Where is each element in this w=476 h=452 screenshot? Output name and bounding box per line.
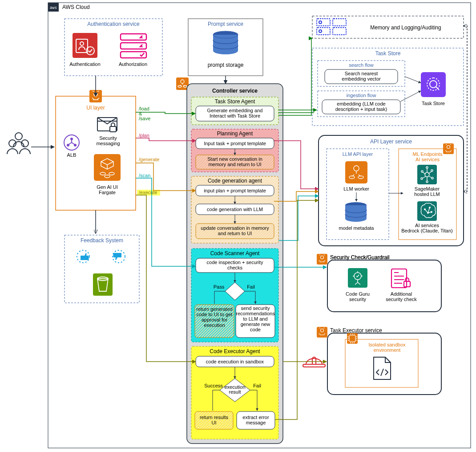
task-executor-service: Task Executor service Isolated sandboxen… [303,327,441,395]
codeguru-label: Code Gurusecurity [346,291,370,302]
additional-security-label: Additionalsecurity check [386,291,417,302]
model-metadata-label: model metadata [339,225,375,231]
feedback-title: Feedback System [81,237,123,244]
executor-title: Code Executor Agent [210,348,260,354]
task-store-icon-label: Task Store [422,101,445,106]
svg-point-17 [319,21,322,24]
sagemaker-icon [417,165,437,184]
ml-endpoints: ML EndpointsAI services SageMakerhosted … [399,143,456,240]
ingestion-flow-step: embedding (LLM codedescription + input t… [335,101,387,112]
endpoint-generate: /generate [139,157,159,162]
search-flow-title: search flow [349,62,374,68]
executor-fail-box: extract errormessage [242,415,269,425]
security-messaging-label: Securitymessaging [96,135,120,146]
codegen-step2: code generation with LLM [207,207,263,212]
scanner-title: Code Scanner Agent [210,250,260,257]
api-layer-service: API Layer service LLM API layer LLM work… [319,135,464,246]
code-executor-agent: Code Executor Agent code execution in sa… [191,346,278,439]
prompt-title: Prompt service [208,21,243,27]
alb-label: ALB [67,152,77,158]
sagemaker-label: SageMakerhosted LLM [414,186,440,197]
svg-text:aws: aws [50,5,57,10]
ui-layer-title: UI layer [86,105,105,111]
code-generation-agent: Code generation agent input plan + promp… [191,176,278,243]
prompt-storage-label: prompt storage [208,62,244,68]
authentication-service: Authentication service Authentication Au… [65,19,162,76]
controller-service: Controller service Task Store Agent Gene… [176,77,283,444]
llm-worker-label: LLM worker [343,186,369,191]
endpoint-plan: /plan [139,133,149,138]
endpoint-labels: /load&/save /plan /generate /scan /execu… [137,106,160,195]
svg-line-67 [400,91,421,102]
codeguru-icon [348,268,367,288]
task-store: Task Store search flow Search nearestemb… [312,48,464,126]
svg-point-25 [70,138,73,140]
scanner-fail-label: Fail [247,284,255,289]
thumbs-down-icon [113,250,125,263]
ml-endpoints-title: ML EndpointsAI services [413,151,443,162]
codegen-step1: input plan + prompt template [204,188,266,193]
security-check-guardrail: Security Check/Guardrail Security Check/… [317,254,441,312]
sandbox-label: Isolated sandboxenvironment [368,342,406,353]
fargate-label: Gen AI UIFargate [97,184,118,195]
authorization-icon [121,34,146,58]
executor-success-label: Success [204,383,223,388]
ingestion-flow-title: ingestion flow [347,93,376,98]
database-icon [213,31,238,54]
thumbs-up-icon [77,250,89,263]
authorization-label: Authorization [119,61,147,67]
additional-security-icon [391,269,410,288]
planning-agent: Planning Agent Input task + prompt templ… [191,129,278,172]
svg-rect-10 [121,43,146,49]
svg-point-4 [15,133,22,140]
users-icon [7,133,30,154]
plan-step1: Input task + prompt template [204,141,266,146]
prompt-service: Prompt service prompt storage [188,19,263,76]
svg-rect-18 [333,19,346,26]
scanner-pass-label: Pass [214,284,225,289]
search-flow-step: Search nearestembedding vector [342,71,381,81]
taskstore-title: Task Store [375,50,401,57]
task-store-agent: Task Store Agent Generate embedding andI… [191,97,278,125]
architecture-diagram: aws AWS Cloud Authentication service Aut… [0,0,476,452]
svg-rect-91 [327,260,441,312]
bedrock-label: AI servicesBedrock (Claude, Titan) [401,223,453,233]
security-messaging-icon [97,118,117,132]
codegen-title: Code generation agent [208,178,262,184]
memory-logging: Memory and Logging/Auditing [312,16,464,38]
controller-title: Controller service [212,88,258,94]
model-metadata-icon [345,202,367,222]
svg-point-20 [319,30,322,33]
svg-text:Security Check/Guardrail: Security Check/Guardrail [330,254,389,261]
endpoint-load: /load&/save [139,106,150,121]
endpoint-scan: /scan [139,173,150,178]
aws-cloud-label: AWS Cloud [62,4,90,10]
tsa-step: Generate embedding andInteract with Task… [207,108,263,118]
storage-icon [317,19,346,35]
llm-api-layer: LLM API layer LLM worker model metadata [327,149,389,240]
memory-label: Memory and Logging/Auditing [370,24,441,31]
ui-layer: UI layer ALB Securitymessaging Gen AI UI… [56,90,136,210]
plan-step2: Start new conversation inmemory and retu… [207,156,262,167]
code-file-icon [374,357,391,379]
task-executor-title: Task Executor service [330,327,382,334]
tsa-title: Task Store Agent [215,98,255,105]
authentication-label: Authentication [69,61,101,67]
feedback-system: Feedback System [65,235,139,303]
llm-layer-title: LLM API layer [343,151,373,157]
alb-icon [64,135,79,150]
plan-title: Planning Agent [217,130,253,137]
svg-rect-29 [110,126,116,132]
executor-fail-label: Fail [253,383,261,388]
svg-rect-9 [121,34,146,40]
svg-line-68 [405,77,421,83]
task-store-db-icon [421,72,446,97]
executor-step: code execution in sandbox [206,359,264,364]
code-scanner-agent: Code Scanner Agent code inspection + sec… [191,248,278,342]
auth-title: Authentication service [87,21,140,27]
svg-rect-21 [333,28,346,35]
api-title: API Layer service [370,138,412,145]
hardhat-icon [303,357,325,367]
